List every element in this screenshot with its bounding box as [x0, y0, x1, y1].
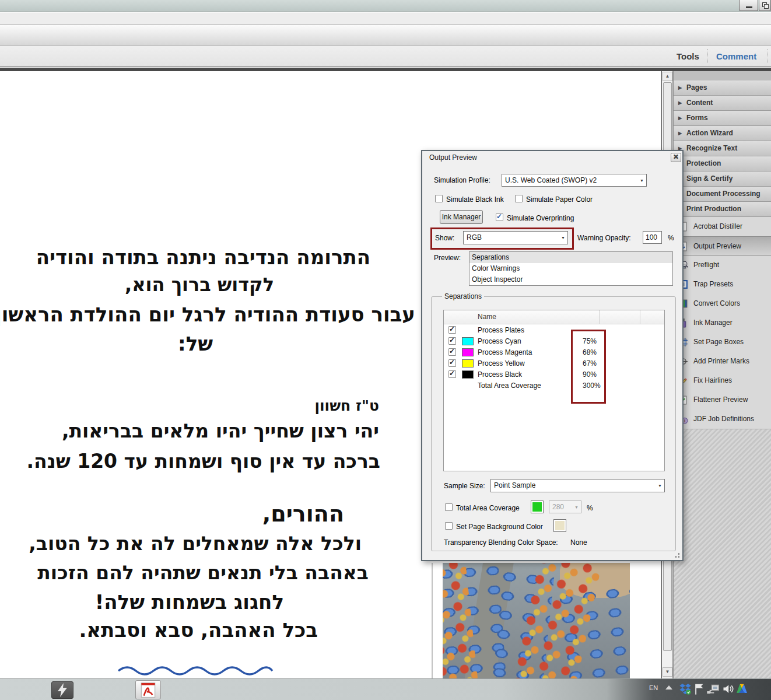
panel-document-processing[interactable]: ▶Document Processing: [674, 187, 771, 202]
chevron-down-icon: ▼: [574, 505, 579, 509]
table-row: ✓ Process Plates: [444, 325, 664, 336]
scroll-down-arrow-icon[interactable]: ▼: [663, 667, 672, 677]
simulation-profile-select[interactable]: U.S. Web Coated (SWOP) v2 ▼: [502, 174, 647, 187]
network-icon[interactable]: [706, 682, 720, 695]
navigation-panels: ▶Pages ▶Content ▶Forms ▶Action Wizard ▶R…: [674, 71, 771, 678]
simulate-black-ink-checkbox[interactable]: [435, 195, 443, 202]
tac-color-swatch[interactable]: [531, 501, 544, 513]
simulate-overprinting-label: Simulate Overprinting: [507, 214, 574, 222]
tool-label: Add Printer Marks: [693, 357, 749, 365]
dialog-close-icon[interactable]: 🗙: [671, 153, 681, 162]
page-bg-color-swatch[interactable]: [553, 519, 566, 532]
document-rule-line: [432, 563, 433, 678]
panel-recognize-text[interactable]: ▶Recognize Text: [674, 141, 771, 156]
panel-protection[interactable]: ▶Protection: [674, 156, 771, 172]
window-restore-button[interactable]: [759, 0, 771, 11]
panel-label: Sign & Certify: [686, 174, 733, 183]
tool-set-page-boxes[interactable]: Set Page Boxes: [674, 332, 771, 352]
tool-jdf-job-definitions[interactable]: i JDF Job Definitions: [674, 410, 771, 429]
hebrew-line-3: עבור סעודת ההודיה לרגל יום ההולדת הראשון: [0, 303, 415, 326]
tool-label: Fix Hairlines: [693, 376, 732, 384]
hebrew-line-6: יהי רצון שחייך יהיו מלאים בבריאות,: [62, 420, 379, 442]
set-page-bg-label: Set Page Background Color: [456, 523, 543, 531]
dropbox-icon[interactable]: [679, 682, 692, 695]
preview-option-color-warnings[interactable]: Color Warnings: [469, 263, 672, 274]
panel-forms[interactable]: ▶Forms: [674, 111, 771, 126]
table-row: ✓ Process Black 90%: [444, 369, 664, 380]
plate-name: Total Area Coverage: [478, 382, 541, 390]
tool-ink-manager[interactable]: Ink Manager: [674, 313, 771, 332]
tool-acrobat-distiller[interactable]: Acrobat Distiller: [674, 217, 771, 236]
check-icon: ✓: [496, 212, 502, 220]
tool-add-printer-marks[interactable]: Add Printer Marks: [674, 352, 771, 371]
panel-print-production[interactable]: ▶Print Production: [674, 202, 771, 217]
plate-checkbox[interactable]: ✓: [448, 348, 456, 356]
simulate-overprinting-checkbox[interactable]: ✓: [496, 214, 503, 221]
dialog-resize-grip[interactable]: [675, 553, 679, 558]
page-bg-color: [555, 521, 565, 530]
set-page-bg-checkbox[interactable]: [445, 522, 453, 530]
table-row: ✓ Process Magenta 68%: [444, 347, 664, 358]
tools-comment-bar: [0, 46, 771, 67]
tool-label: Convert Colors: [693, 299, 740, 307]
tab-tools[interactable]: Tools: [677, 51, 699, 61]
panel-label: Content: [686, 99, 713, 107]
plate-checkbox[interactable]: ✓: [448, 359, 456, 367]
hebrew-line-4: של:: [178, 332, 213, 355]
taskbar-acrobat-button[interactable]: [135, 680, 161, 699]
warning-opacity-input[interactable]: 100: [643, 231, 662, 244]
tool-fix-hairlines[interactable]: Fix Hairlines: [674, 371, 771, 390]
panel-sign-certify[interactable]: ▶Sign & Certify: [674, 172, 771, 187]
language-indicator[interactable]: EN: [649, 684, 658, 691]
magenta-swatch: [462, 348, 474, 356]
tool-label: Output Preview: [693, 242, 741, 250]
panel-label: Protection: [686, 159, 721, 167]
minimize-icon: [746, 6, 752, 8]
panel-content[interactable]: ▶Content: [674, 96, 771, 111]
total-area-coverage-checkbox[interactable]: [445, 503, 453, 511]
taskbar-app-button[interactable]: [51, 681, 73, 699]
name-column-header: Name: [478, 313, 496, 321]
ink-manager-button[interactable]: Ink Manager: [440, 210, 483, 224]
warning-opacity-label: Warning Opacity:: [577, 234, 631, 242]
plate-checkbox[interactable]: ✓: [448, 326, 456, 334]
chevron-down-icon: ▼: [640, 178, 644, 183]
panel-pages[interactable]: ▶Pages: [674, 80, 771, 96]
tool-trap-presets[interactable]: Trap Presets: [674, 275, 771, 294]
panel-action-wizard[interactable]: ▶Action Wizard: [674, 126, 771, 141]
tool-label: Preflight: [693, 261, 719, 269]
simulate-paper-color-checkbox[interactable]: [515, 195, 523, 202]
separations-table: Name ✓ Process Plates ✓ Process Cyan 75%…: [443, 310, 665, 471]
print-production-tool-list: Acrobat Distiller Output Preview Preflig…: [674, 217, 771, 429]
plate-name: Process Black: [478, 370, 522, 379]
panel-label: Pages: [686, 83, 707, 92]
show-hidden-icons-arrow[interactable]: [665, 685, 672, 690]
tool-label: Acrobat Distiller: [693, 222, 742, 230]
simulation-profile-label: Simulation Profile:: [434, 176, 490, 184]
cyan-swatch: [462, 337, 474, 345]
hebrew-line-7: ברכה עד אין סוף ושמחות עד 120 שנה.: [27, 450, 381, 473]
tool-convert-colors[interactable]: Convert Colors: [674, 294, 771, 313]
preview-option-separations[interactable]: Separations: [469, 252, 672, 263]
tool-preflight[interactable]: Preflight: [674, 256, 771, 275]
action-center-flag-icon[interactable]: [693, 682, 706, 695]
total-area-coverage-label: Total Area Coverage: [456, 504, 520, 512]
plate-checkbox[interactable]: ✓: [448, 370, 456, 378]
separations-group: Separations Name ✓ Process Plates ✓ Proc…: [431, 296, 676, 551]
tac-percent-value: 280: [552, 503, 564, 511]
chevron-right-icon: ▶: [678, 126, 682, 141]
sample-size-select[interactable]: Point Sample ▼: [490, 479, 665, 492]
tool-flattener-preview[interactable]: Flattener Preview: [674, 390, 771, 410]
plate-checkbox[interactable]: ✓: [448, 337, 456, 345]
tool-label: Ink Manager: [693, 318, 733, 327]
tab-comment[interactable]: Comment: [716, 51, 756, 61]
preview-option-object-inspector[interactable]: Object Inspector: [469, 274, 672, 285]
volume-icon[interactable]: [722, 683, 734, 695]
scroll-up-arrow-icon[interactable]: ▲: [663, 72, 672, 81]
hebrew-line-12: בכל האהבה, סבא וסבתא.: [79, 619, 318, 642]
plate-name: Process Magenta: [478, 348, 532, 356]
tac-color: [532, 502, 542, 512]
tool-output-preview[interactable]: Output Preview: [674, 236, 771, 256]
google-drive-icon[interactable]: [735, 682, 748, 695]
window-minimize-button[interactable]: [739, 0, 758, 11]
